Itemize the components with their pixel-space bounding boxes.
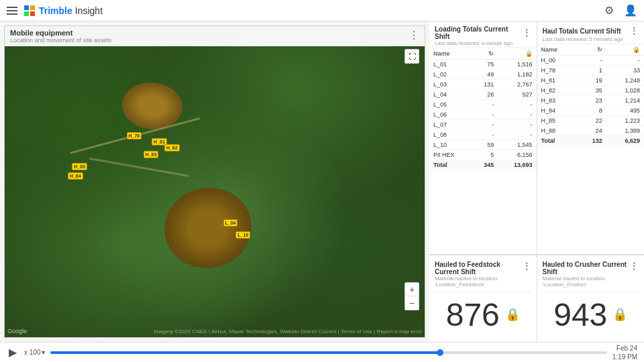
main-content: Mobile equipment Location and movement o…	[0, 21, 644, 342]
haul-totals-subtitle: Last data received: 5 minutes ago	[543, 36, 639, 42]
play-button[interactable]: ▶	[7, 347, 19, 359]
haul-totals-header: Haul Totals Current Shift ⋮ Last data re…	[537, 21, 645, 44]
table-row: L_04 26 527	[429, 90, 537, 100]
zoom-in-button[interactable]: +	[405, 283, 419, 296]
row-name: L_10	[429, 140, 472, 150]
table-row: L_05 - -	[429, 100, 537, 110]
row-name: L_04	[429, 90, 472, 100]
map-title: Mobile equipment	[10, 29, 111, 37]
google-label: Google	[7, 328, 27, 335]
map-card: Mobile equipment Location and movement o…	[4, 25, 425, 338]
map-more-button[interactable]: ⋮	[409, 29, 419, 42]
crusher-more[interactable]: ⋮	[629, 261, 639, 276]
row-val2: 2,767	[498, 80, 536, 90]
map-header: Mobile equipment Location and movement o…	[5, 26, 425, 46]
panels-top: Loading Totals Current Shift ⋮ Last data…	[429, 21, 644, 255]
time-display: Feb 24 1:19 PM	[612, 344, 637, 361]
row-val1: 26	[472, 90, 498, 100]
right-panels: Loading Totals Current Shift ⋮ Last data…	[429, 21, 644, 342]
crusher-lock-icon: 🔒	[612, 307, 627, 322]
col-refresh-haul: ↻	[577, 44, 606, 56]
col-refresh-loading: ↻	[472, 48, 498, 60]
table-row: L_03 131 2,767	[429, 80, 537, 90]
crusher-header: Hauled to Crusher Current Shift ⋮ Materi…	[543, 261, 639, 292]
panels-bottom: Hauled to Feedstock Current Shift ⋮ Mate…	[429, 255, 644, 342]
app-name: Trimble	[39, 5, 72, 16]
table-row: L_02 49 1,182	[429, 70, 537, 80]
quarry-pit-main	[158, 181, 258, 276]
zoom-out-button[interactable]: −	[405, 296, 419, 310]
map-background	[5, 26, 425, 337]
row-val1: 131	[472, 80, 498, 90]
feedstock-metric-panel: Hauled to Feedstock Current Shift ⋮ Mate…	[429, 255, 537, 342]
row-name: L_08	[429, 130, 472, 140]
loading-totals-header: Loading Totals Current Shift ⋮ Last data…	[429, 21, 537, 48]
gear-icon[interactable]: ⚙	[602, 4, 616, 17]
row-val1: 75	[472, 60, 498, 70]
table-row: H_85 22 1,223	[537, 116, 645, 126]
row-val1: 49	[472, 70, 498, 80]
map-panel: Mobile equipment Location and movement o…	[0, 21, 429, 342]
col-name-loading: Name	[429, 48, 472, 60]
row-name: Pit HEX	[429, 150, 472, 160]
zoom-controls: + −	[405, 282, 419, 310]
table-row: H_78 1 33	[537, 66, 645, 76]
feedstock-value: 876 🔒	[435, 292, 531, 337]
equipment-marker[interactable]: H_78	[127, 132, 142, 139]
table-row: L_01 75 1,516	[429, 60, 537, 70]
equipment-marker[interactable]: L_04	[223, 219, 238, 227]
crusher-value: 943 🔒	[543, 292, 639, 337]
user-icon[interactable]: 👤	[624, 4, 637, 17]
row-name: H_00	[537, 56, 577, 66]
table-row: L_07 - -	[429, 120, 537, 130]
row-name: H_85	[537, 116, 577, 126]
row-val2: 1,545	[498, 140, 536, 150]
svg-rect-1	[30, 5, 35, 10]
equipment-marker[interactable]: L_10	[235, 231, 250, 239]
row-name: L_03	[429, 80, 472, 90]
feedstock-more[interactable]: ⋮	[522, 261, 531, 276]
row-val2: 1,223	[606, 116, 644, 126]
row-val2: 527	[498, 90, 536, 100]
row-name: L_06	[429, 110, 472, 120]
loading-totals-more[interactable]: ⋮	[522, 27, 531, 38]
timeline-track[interactable]	[50, 351, 606, 354]
haul-totals-panel: Haul Totals Current Shift ⋮ Last data re…	[537, 21, 645, 254]
speed-control[interactable]: x 100 ▾	[24, 349, 45, 356]
row-val2: 6,156	[498, 150, 536, 160]
timeline-fill	[50, 351, 439, 354]
equipment-marker[interactable]: H_82	[164, 144, 180, 152]
trimble-logo-icon	[23, 4, 36, 17]
equipment-marker[interactable]: H_84	[68, 172, 83, 180]
row-val1: 24	[577, 126, 606, 136]
row-name: H_78	[537, 66, 577, 76]
loading-totals-title: Loading Totals Current Shift ⋮	[435, 25, 531, 40]
row-val2: -	[498, 130, 536, 140]
road-line-2	[89, 158, 189, 177]
row-val1: -	[472, 100, 498, 110]
row-name: Total	[537, 136, 577, 146]
table-row: L_08 - -	[429, 130, 537, 140]
row-val2: -	[498, 110, 536, 120]
table-row: Pit HEX 5 6,156	[429, 150, 537, 160]
nav-logo: Trimble Insight	[23, 4, 103, 17]
equipment-marker[interactable]: H_00	[72, 163, 87, 170]
top-nav: Trimble Insight ⚙ 👤	[0, 0, 644, 21]
row-val2: 13,693	[498, 160, 536, 170]
row-val2: 1,214	[606, 96, 644, 106]
row-val2: 495	[606, 106, 644, 116]
row-val1: 1	[577, 66, 606, 76]
table-row: H_83 23 1,214	[537, 96, 645, 106]
row-val1: -	[472, 120, 498, 130]
feedstock-header: Hauled to Feedstock Current Shift ⋮ Mate…	[435, 261, 531, 292]
hamburger-icon[interactable]	[7, 7, 17, 15]
map-expand-button[interactable]: ⛶	[405, 49, 419, 64]
crusher-subtitle: Material hauled to location 'Location_Cr…	[543, 276, 639, 288]
map-title-block: Mobile equipment Location and movement o…	[10, 29, 111, 44]
row-val2: 1,389	[606, 126, 644, 136]
haul-totals-more[interactable]: ⋮	[629, 25, 639, 36]
equipment-marker[interactable]: H_83	[144, 151, 159, 158]
haul-totals-title: Haul Totals Current Shift ⋮	[543, 25, 639, 36]
timeline-thumb[interactable]	[437, 349, 443, 356]
table-row: L_10 59 1,545	[429, 140, 537, 150]
